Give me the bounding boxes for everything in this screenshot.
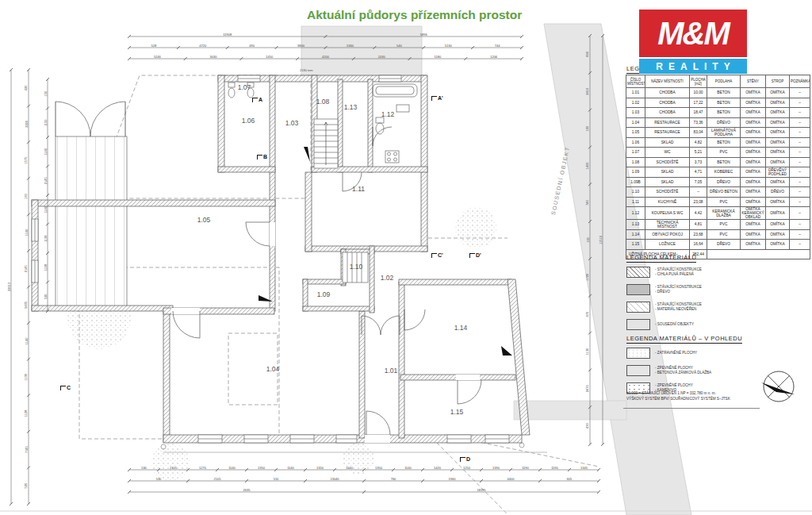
dimension-label: 430	[586, 422, 590, 428]
dimension-label: 130	[25, 193, 29, 198]
dimension-label: 1420	[434, 466, 442, 470]
table-cell: 73,36	[690, 117, 707, 128]
dimension-label: 7745	[25, 445, 29, 453]
table-row: 1.10SCHODIŠTĚ–DŘEVO BETONOMÍTKADŘEVO–	[626, 187, 810, 198]
logo-blue-box: REALITY	[639, 59, 747, 74]
legend-item-text: - SOUSEDNÍ OBJEKTY	[655, 322, 694, 327]
table-cell: –	[690, 187, 707, 198]
dimension-label: 9435	[25, 301, 29, 309]
dimension-label: 2470	[586, 385, 590, 393]
dimension-label: 2410	[586, 87, 590, 95]
table-cell: KUCHYNĚ	[645, 197, 690, 207]
table-cell: PVC	[707, 197, 741, 207]
dimension-label: 1190	[522, 466, 529, 470]
dimension-label: 1150	[44, 119, 48, 126]
table-cell: PVC	[707, 148, 741, 158]
table-cell: RESTAURACE	[645, 117, 690, 128]
section-marker-C: C	[60, 385, 71, 390]
dimension-label: 1575	[25, 156, 29, 164]
room-label-1.02: 1.02	[381, 274, 394, 282]
table-cell: OMÍTKA	[766, 207, 790, 220]
table-cell: OMÍTKA KERAMICKÝ OBKLAD	[741, 207, 766, 220]
table-cell: 1.10	[626, 187, 645, 198]
table-cell: OMÍTKA	[741, 157, 766, 167]
hatch-unverified-swatch	[626, 302, 650, 313]
dimension-label: 530	[156, 477, 162, 481]
table-cell: KERAMICKÁ DLAŽBA	[707, 207, 741, 220]
table-cell: OMÍTKA	[741, 117, 766, 128]
table-cell: –	[790, 177, 810, 187]
table-cell: 18,47	[690, 108, 707, 118]
bathtub-icon	[373, 84, 417, 97]
table-cell: DŘEVO	[707, 240, 741, 250]
table-cell: OMÍTKA	[741, 197, 766, 207]
table-cell: OMÍTKA	[741, 229, 766, 240]
table-cell: –	[790, 229, 810, 240]
dimension-label: 18195	[477, 488, 486, 492]
table-cell: WC	[645, 148, 690, 158]
room-label-1.05: 1.05	[197, 216, 211, 224]
table-cell: OMÍTKA	[741, 220, 766, 230]
table-cell: OMÍTKA	[741, 137, 766, 148]
table-cell: OMÍTKA	[741, 167, 766, 178]
hatch-brick-swatch	[626, 267, 650, 278]
section-marker-A: A	[252, 97, 262, 102]
table-cell: 4,71	[690, 167, 707, 178]
section-marker-D: D	[460, 456, 470, 462]
room-label-1.07: 1.07	[238, 83, 251, 91]
stove-icon	[385, 151, 399, 163]
table-cell: –	[790, 157, 810, 167]
table-cell: 1.15	[626, 240, 645, 250]
table-row: 1.15LOŽNICE16,64DŘEVOOMÍTKAOMÍTKA–	[626, 240, 810, 250]
dimension-label: 1140	[346, 466, 353, 470]
dimension-label: 2635	[243, 488, 251, 492]
dimension-label: 1350	[316, 466, 324, 470]
legend-item-text: - STÁVAJÍCÍ KONSTRUKCE- CIHLA PLNÁ PÁLEN…	[655, 267, 702, 276]
table-cell: BETON	[707, 98, 741, 108]
dimension-label: 4720	[199, 44, 207, 48]
table-cell: 3,73	[690, 157, 707, 167]
section-marker-D-prime: D'	[469, 252, 481, 258]
column-header: POZNÁMKA	[790, 75, 810, 88]
table-cell: OMÍTKA	[741, 98, 766, 108]
table-cell: 1.03	[626, 108, 645, 118]
pavers-swatch	[626, 365, 650, 376]
table-cell: BETON	[707, 157, 741, 167]
room-label-1.14: 1.14	[454, 324, 468, 332]
room-label-1.08: 1.08	[316, 98, 330, 106]
materials-view-legend-heading: LEGENDA MATERIÁLŮ – V POHLEDU	[626, 335, 742, 344]
table-row: 1.12KOUPELNA S WC4,42KERAMICKÁ DLAŽBAOMÍ…	[626, 207, 810, 220]
table-cell: OMÍTKA	[741, 128, 766, 138]
dimension-label: 420	[25, 85, 29, 90]
table-row: 1.01CHODBA10,00BETONOMÍTKAOMÍTKA–	[626, 88, 810, 98]
dimension-label: 11510	[599, 235, 603, 244]
table-cell: –	[790, 137, 810, 148]
dimension-label: 3840	[297, 44, 305, 48]
table-header-row: ČÍSLO MÍSTNOSTINÁZEV MÍSTNOSTIPLOCHA [m2…	[626, 75, 810, 88]
table-cell: 1.06	[626, 137, 645, 148]
table-cell: OMÍTKA	[766, 229, 790, 240]
table-row: 1.09SKLAD4,71KOBERECOMÍTKADŘEVĚNÝ PODHLE…	[626, 167, 810, 178]
table-row: 1.02CHODBA17,22BETONOMÍTKAOMÍTKA–	[626, 98, 810, 108]
dimension-label: 1190	[551, 466, 558, 470]
table-cell: 4,82	[690, 137, 707, 148]
room-label-1.15: 1.15	[450, 408, 464, 416]
empty-cell	[707, 249, 810, 259]
table-cell: DŘEVO	[707, 117, 741, 128]
table-cell: 1.09	[626, 167, 645, 178]
table-cell: CHODBA	[645, 108, 690, 118]
table-cell: SCHODIŠTĚ	[645, 187, 690, 198]
table-cell: –	[790, 220, 810, 230]
table-cell: –	[790, 128, 810, 138]
table-cell: 4,42	[690, 207, 707, 220]
table-cell: 1.07	[626, 148, 645, 158]
dimension-label: 1180	[435, 55, 442, 59]
column-header: PLOCHA [m2]	[690, 75, 707, 88]
dimension-label: 2105	[170, 466, 178, 470]
table-cell: 1.09B	[626, 177, 645, 187]
dimension-label: 1140	[287, 466, 294, 470]
table-cell: LAMINÁTOVÁ PODLAHA	[707, 128, 741, 138]
table-cell: RESTAURACE	[645, 128, 690, 138]
table-cell: 1.13	[626, 220, 645, 230]
table-cell: –	[790, 207, 810, 220]
